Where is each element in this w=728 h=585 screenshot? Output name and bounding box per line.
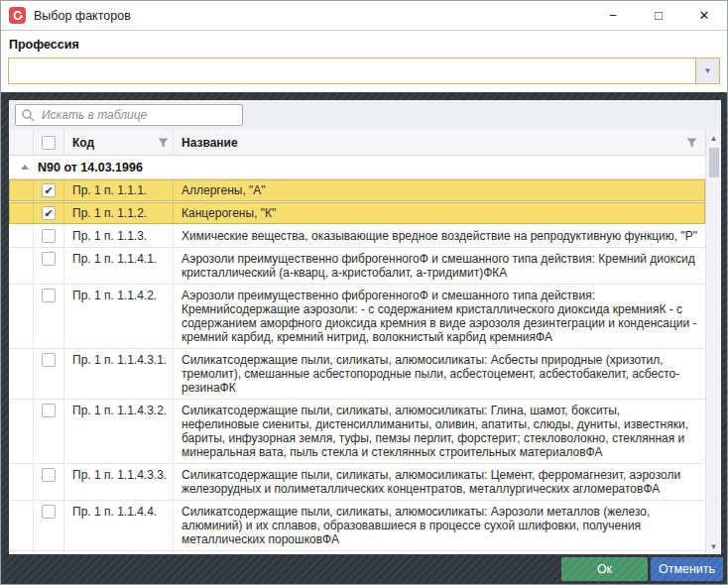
row-checkbox[interactable]: ✔ [42,229,56,243]
minimize-button[interactable]: − [590,1,636,30]
row-checkbox[interactable]: ✔ [42,289,56,302]
group-row[interactable]: N90 от 14.03.1996 [9,156,705,179]
maximize-button[interactable]: □ [636,1,681,30]
select-all-checkbox[interactable]: ✔ [42,136,56,150]
row-code: Пр. 1 п. 1.1.4.3.3. [64,464,174,500]
name-column-label: Название [182,136,238,150]
row-checkbox-cell: ✔ [33,179,64,201]
row-code: Пр. 1 п. 1.1.3. [64,225,174,247]
row-checkbox[interactable]: ✔ [42,505,56,519]
row-indent [9,225,33,247]
grid-header: ✔ Код Название [9,130,705,156]
factors-grid: ✔ Код Название [9,130,721,554]
profession-panel: Профессия ▼ [1,31,727,92]
chevron-down-icon: ▼ [704,66,712,75]
row-checkbox-cell: ✔ [33,501,64,550]
row-name: Аллергены, "А" [174,179,705,201]
name-column-header[interactable]: Название [174,130,705,155]
row-checkbox-cell: ✔ [33,400,64,463]
table-row[interactable]: ✔ Пр. 1 п. 1.1.2. Канцерогены, "К" [9,202,705,225]
row-code: Пр. 1 п. 1.1.1. [64,179,174,201]
title-bar: C Выбор факторов − □ ✕ [1,1,727,31]
row-indent [9,464,33,500]
row-name: Силикатсодержащие пыли, силикаты, алюмос… [174,349,705,399]
row-code: Пр. 1 п. 1.1.2. [64,202,174,224]
scroll-down-icon[interactable]: ▼ [706,538,721,554]
row-code: Пр. 1 п. 1.1.4.4. [64,501,174,550]
minimize-icon: − [609,8,617,23]
window-title: Выбор факторов [34,9,131,23]
row-name: Канцерогены, "К" [174,202,705,224]
search-input[interactable] [15,104,243,126]
search-toolbar [9,100,721,130]
row-indent [9,349,33,399]
cancel-button[interactable]: Отменить [651,557,723,581]
row-indent [9,202,33,224]
grid-main: ✔ Код Название [9,130,705,554]
dialog-window: C Выбор факторов − □ ✕ Профессия ▼ [0,0,728,585]
search-icon [21,108,35,122]
row-checkbox[interactable]: ✔ [42,353,56,367]
filter-icon[interactable] [686,138,697,148]
profession-label: Профессия [9,38,727,52]
row-name: Химические вещества, оказывающие вредное… [174,225,705,247]
row-name: Силикатсодержащие пыли, силикаты, алюмос… [174,464,705,500]
row-code: Пр. 1 п. 1.1.4.3.1. [64,349,174,399]
row-indent [9,285,33,348]
collapse-group-icon[interactable] [21,165,29,170]
row-checkbox-cell: ✔ [33,285,64,348]
close-button[interactable]: ✕ [681,1,727,30]
table-row[interactable]: ✔ Пр. 1 п. 1.1.1. Аллергены, "А" [9,179,705,202]
scrollbar-thumb[interactable] [709,148,719,177]
row-name: Аэрозоли преимущественно фиброгенногоФ и… [174,248,705,284]
group-label: N90 от 14.03.1996 [38,161,143,175]
row-code: Пр. 1 п. 1.1.4.2. [64,285,174,348]
table-row[interactable]: ✔ Пр. 1 п. 1.1.3. Химические вещества, о… [9,225,705,248]
row-indent [9,400,33,463]
row-indent [9,248,33,284]
content-frame: ✔ Код Название [1,92,727,584]
scroll-up-icon[interactable]: ▲ [706,130,721,146]
table-row[interactable]: ✔ Пр. 1 п. 1.1.4.3.1. Силикатсодержащие … [9,349,705,400]
app-logo-letter: C [13,9,22,23]
row-checkbox[interactable]: ✔ [42,468,56,482]
row-checkbox[interactable]: ✔ [42,252,56,266]
row-indent [9,179,33,201]
dialog-footer: Ок Отменить [1,554,727,584]
row-checkbox-cell: ✔ [33,225,64,247]
row-name: Силикатсодержащие пыли, силикаты, алюмос… [174,501,705,550]
code-column-label: Код [72,136,94,150]
row-checkbox[interactable]: ✔ [42,183,56,197]
row-indent [9,501,33,550]
window-controls: − □ ✕ [590,1,727,30]
profession-combobox[interactable]: ▼ [8,58,720,84]
row-checkbox-cell: ✔ [33,202,64,224]
row-checkbox-cell: ✔ [33,464,64,500]
row-checkbox[interactable]: ✔ [42,206,56,220]
table-row[interactable]: ✔ Пр. 1 п. 1.1.4.3.3. Силикатсодержащие … [9,464,705,501]
expander-column-header [9,130,33,155]
table-row[interactable]: ✔ Пр. 1 п. 1.1.4.2. Аэрозоли преимуществ… [9,285,705,349]
filter-icon[interactable] [158,138,169,148]
search-box [15,104,243,126]
row-checkbox-cell: ✔ [33,248,64,284]
combo-dropdown-button[interactable]: ▼ [695,58,719,83]
row-name: Аэрозоли преимущественно фиброгенногоФ и… [174,285,705,348]
maximize-icon: □ [655,8,663,23]
ok-button[interactable]: Ок [561,557,648,581]
app-logo-icon: C [9,7,26,24]
row-code: Пр. 1 п. 1.1.4.1. [64,248,174,284]
table-row[interactable]: ✔ Пр. 1 п. 1.1.4.1. Аэрозоли преимуществ… [9,248,705,285]
row-code: Пр. 1 п. 1.1.4.3.2. [64,400,174,463]
table-body: N90 от 14.03.1996 ✔ Пр. 1 п. 1.1.1. Алле… [9,156,705,554]
profession-value [9,58,695,83]
code-column-header[interactable]: Код [64,130,174,155]
row-checkbox-cell: ✔ [33,349,64,399]
grid-panel: ✔ Код Название [9,100,721,554]
table-row[interactable]: ✔ Пр. 1 п. 1.1.4.3.2. Силикатсодержащие … [9,400,705,464]
row-checkbox[interactable]: ✔ [42,404,56,417]
row-name: Силикатсодержащие пыли, силикаты, алюмос… [174,400,705,463]
table-row[interactable]: ✔ Пр. 1 п. 1.1.4.4. Силикатсодержащие пы… [9,501,705,551]
select-all-cell: ✔ [33,130,64,155]
vertical-scrollbar[interactable]: ▲ ▼ [705,130,721,554]
